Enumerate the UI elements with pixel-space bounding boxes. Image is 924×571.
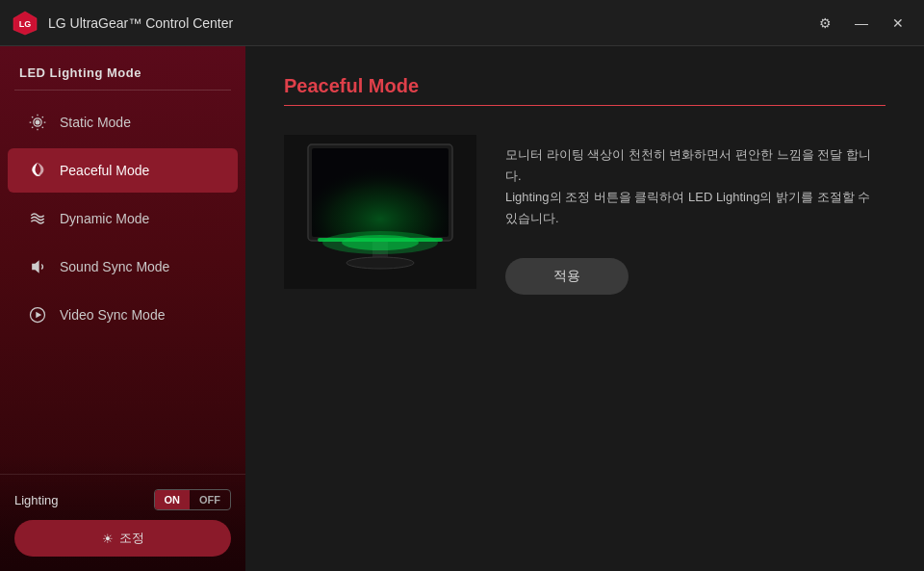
toggle-on-button[interactable]: ON bbox=[155, 490, 191, 509]
sidebar-section-title: LED Lighting Mode bbox=[0, 65, 245, 90]
toggle-off-button[interactable]: OFF bbox=[190, 490, 230, 509]
sidebar-item-sound-sync[interactable]: Sound Sync Mode bbox=[8, 245, 238, 289]
minimize-button[interactable]: — bbox=[847, 9, 876, 38]
settings-button[interactable]: ⚙ bbox=[810, 9, 839, 38]
video-icon bbox=[27, 304, 48, 325]
svg-point-3 bbox=[36, 120, 40, 125]
sidebar: LED Lighting Mode Static Mode Peacefu bbox=[0, 46, 245, 571]
window-controls: ⚙ — ✕ bbox=[810, 9, 912, 38]
lighting-row: Lighting ON OFF bbox=[14, 489, 231, 510]
apply-button[interactable]: 적용 bbox=[505, 258, 629, 295]
video-sync-label: Video Sync Mode bbox=[60, 307, 165, 323]
peaceful-label: Peaceful Mode bbox=[60, 163, 149, 178]
lighting-label: Lighting bbox=[14, 493, 59, 507]
static-icon bbox=[27, 112, 48, 133]
sidebar-item-static[interactable]: Static Mode bbox=[8, 100, 238, 144]
monitor-image bbox=[284, 135, 476, 289]
peaceful-icon bbox=[27, 160, 48, 181]
sidebar-divider bbox=[14, 90, 231, 91]
adjust-label: 조정 bbox=[119, 530, 144, 547]
adjust-icon: ☀ bbox=[102, 532, 114, 546]
svg-text:LG: LG bbox=[19, 19, 32, 29]
app-logo: LG bbox=[12, 10, 38, 37]
sidebar-item-dynamic[interactable]: Dynamic Mode bbox=[8, 196, 238, 241]
lighting-toggle: ON OFF bbox=[154, 489, 232, 510]
app-title: LG UltraGear™ Control Center bbox=[48, 15, 810, 31]
content-area: Peaceful Mode bbox=[245, 46, 924, 571]
content-description: 모니터 라이팅 색상이 천천히 변화하면서 편안한 느낌을 전달 합니다. Li… bbox=[505, 144, 886, 229]
sound-sync-label: Sound Sync Mode bbox=[60, 259, 169, 274]
svg-point-12 bbox=[346, 257, 414, 269]
sound-icon bbox=[27, 256, 48, 277]
dynamic-label: Dynamic Mode bbox=[60, 211, 149, 226]
svg-rect-15 bbox=[318, 238, 443, 242]
svg-rect-10 bbox=[312, 148, 449, 237]
content-title: Peaceful Mode bbox=[284, 75, 886, 106]
close-button[interactable]: ✕ bbox=[884, 9, 912, 38]
svg-marker-4 bbox=[32, 260, 39, 273]
content-text-area: 모니터 라이팅 색상이 천천히 변화하면서 편안한 느낌을 전달 합니다. Li… bbox=[505, 135, 886, 295]
dynamic-icon bbox=[27, 208, 48, 229]
static-label: Static Mode bbox=[60, 115, 131, 130]
sidebar-item-video-sync[interactable]: Video Sync Mode bbox=[8, 293, 238, 337]
titlebar: LG LG UltraGear™ Control Center ⚙ — ✕ bbox=[0, 0, 924, 46]
main-layout: LED Lighting Mode Static Mode Peacefu bbox=[0, 46, 924, 571]
adjust-button[interactable]: ☀ 조정 bbox=[14, 520, 231, 557]
content-body: 모니터 라이팅 색상이 천천히 변화하면서 편안한 느낌을 전달 합니다. Li… bbox=[284, 135, 886, 295]
sidebar-item-peaceful[interactable]: Peaceful Mode bbox=[8, 148, 238, 193]
svg-point-14 bbox=[342, 235, 419, 250]
sidebar-bottom: Lighting ON OFF ☀ 조정 bbox=[0, 474, 245, 571]
svg-marker-6 bbox=[36, 312, 41, 319]
